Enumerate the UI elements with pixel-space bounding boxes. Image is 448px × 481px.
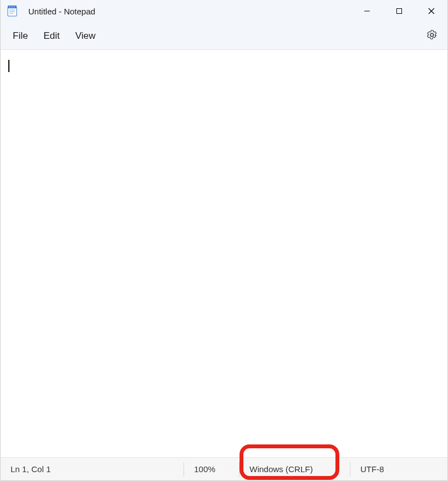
text-cursor xyxy=(8,60,9,72)
svg-point-2 xyxy=(9,7,10,8)
notepad-window: Untitled - Notepad File Edit Vi xyxy=(0,0,448,481)
maximize-button[interactable] xyxy=(383,0,415,22)
svg-point-4 xyxy=(12,7,13,8)
menu-edit[interactable]: Edit xyxy=(35,27,67,45)
close-button[interactable] xyxy=(415,0,447,22)
menu-file[interactable]: File xyxy=(5,27,35,45)
window-controls xyxy=(351,0,447,22)
close-icon xyxy=(428,8,435,14)
titlebar[interactable]: Untitled - Notepad xyxy=(1,0,447,22)
notepad-app-icon xyxy=(7,6,17,17)
svg-point-5 xyxy=(14,7,15,8)
status-cursor-position: Ln 1, Col 1 xyxy=(1,462,184,477)
status-line-ending: Windows (CRLF) xyxy=(239,462,350,477)
gear-icon xyxy=(426,29,437,40)
minimize-button[interactable] xyxy=(351,0,383,22)
settings-button[interactable] xyxy=(421,26,443,46)
menu-view[interactable]: View xyxy=(68,27,104,45)
menubar: File Edit View xyxy=(1,22,447,50)
status-encoding: UTF-8 xyxy=(350,462,447,477)
window-title: Untitled - Notepad xyxy=(28,7,351,16)
statusbar: Ln 1, Col 1 100% Windows (CRLF) UTF-8 xyxy=(1,457,447,480)
svg-rect-10 xyxy=(397,9,402,14)
maximize-icon xyxy=(396,8,403,14)
status-zoom[interactable]: 100% xyxy=(184,462,239,477)
minimize-icon xyxy=(364,8,370,14)
text-editor-area[interactable] xyxy=(1,50,447,457)
svg-point-3 xyxy=(11,7,12,8)
